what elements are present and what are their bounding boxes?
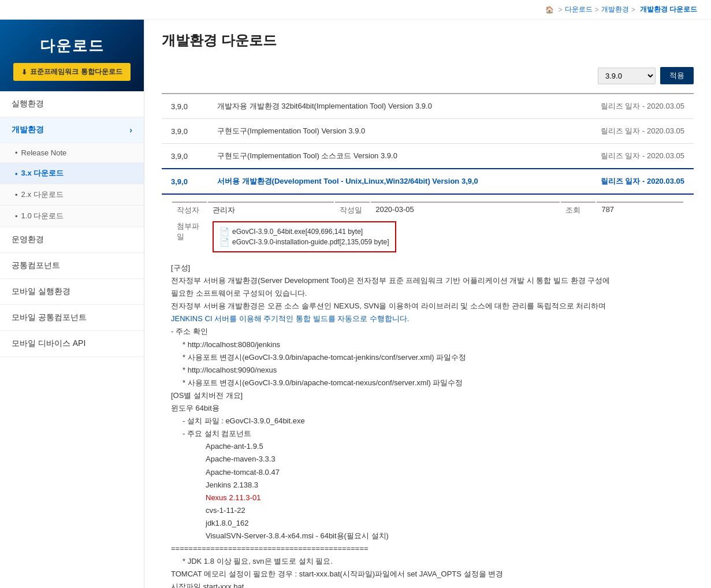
desc-line: Apache-tomcat-8.0.47 <box>171 466 684 479</box>
desc-line: jdk1.8.0_162 <box>171 517 684 530</box>
desc-line: Nexus 2.11.3-01 <box>171 492 684 504</box>
desc-line: * http://localhost:8080/jenkins <box>171 338 684 351</box>
author-value: 관리자 <box>208 202 334 218</box>
file-item[interactable]: 📄 eGovCI-3.9.0_64bit.exe[409,696,141 byt… <box>219 227 389 236</box>
description-text: [구성]전자정부 서버용 개발환경(Server Development Too… <box>171 262 684 588</box>
desc-cell: 구현도구(Implementation Tool) 소스코드 Version 3… <box>208 144 564 169</box>
desc-line: 시작파일 start-xxx.bat <box>171 580 684 588</box>
breadcrumb-separator3: > <box>631 6 635 14</box>
breadcrumb-current: 개발환경 다운로드 <box>640 5 697 14</box>
version-cell: 3,9,0 <box>162 169 208 194</box>
desc-line: * http://localhost:9090/nexus <box>171 364 684 377</box>
sidebar-item-release-note[interactable]: • Release Note <box>0 143 144 163</box>
sidebar-item-download-3x[interactable]: • 3.x 다운로드 <box>0 163 144 184</box>
dot-icon: • <box>15 212 18 221</box>
file-item[interactable]: 📄 eGovCI-3.9.0-installation-guide.pdf[2,… <box>219 237 389 247</box>
table-row: 3,9,0 구현도구(Implementation Tool) 소스코드 Ver… <box>162 144 694 169</box>
version-cell: 3,9,0 <box>162 94 208 119</box>
detail-row: 작성자 관리자 작성일 2020-03-05 조회 787 첨부파일 <box>162 194 694 588</box>
desc-line: 전자정부 서버용 개발환경은 오픈 소스 솔루션인 NEXUS, SVN을 이용… <box>171 300 684 312</box>
date-cell: 릴리즈 일자 - 2020.03.05 <box>564 119 694 144</box>
page-title: 개발환경 다운로드 <box>162 31 694 55</box>
desc-line: TOMCAT 메모리 설정이 필요한 경우 : start-xxx.bat(시작… <box>171 568 684 580</box>
breadcrumb-separator2: > <box>595 6 599 14</box>
sidebar-submenu-devenv: • Release Note • 3.x 다운로드 • 2.x 다운로드 • 1… <box>0 143 144 227</box>
version-selector-row: 3.9.0 3.8.0 3.7.0 3.6.0 적용 <box>162 67 694 84</box>
sidebar-item-download-1[interactable]: • 1.0 다운로드 <box>0 206 144 227</box>
sidebar-item-mobile-runtime[interactable]: 모바일 실행환경 <box>0 279 144 305</box>
author-label: 작성자 <box>172 202 207 218</box>
desc-line: Apache-maven-3.3.3 <box>171 453 684 466</box>
download-icon: ⬇ <box>21 68 27 76</box>
desc-line: 윈도우 64bit용 <box>171 402 684 415</box>
desc-line: [OS별 설치버전 개요] <box>171 389 684 402</box>
sidebar-item-openv[interactable]: 운영환경 <box>0 227 144 253</box>
dot-icon: • <box>15 191 18 199</box>
desc-line: Apache-ant-1.9.5 <box>171 440 684 453</box>
file-icon: 📄 <box>219 237 229 247</box>
date-value: 2020-03-05 <box>371 202 560 218</box>
date-label: 작성일 <box>335 202 370 218</box>
breadcrumb-level1[interactable]: 다운로드 <box>565 5 593 14</box>
table-row: 3,9,0 구현도구(Implementation Tool) Version … <box>162 119 694 144</box>
view-label: 조회 <box>561 202 595 218</box>
table-row-highlighted: 3,9,0 서버용 개발환경(Development Tool - Unix,L… <box>162 169 694 194</box>
sidebar-menu: 실행환경 개발환경 › • Release Note • 3.x 다운로드 • <box>0 91 144 357</box>
sidebar-item-runtime[interactable]: 실행환경 <box>0 91 144 117</box>
file-link[interactable]: eGovCI-3.9.0_64bit.exe[409,696,141 byte] <box>232 228 363 236</box>
desc-line: 전자정부 서버용 개발환경(Server Development Tool)은 … <box>171 274 684 287</box>
sidebar-header: 다운로드 ⬇ 표준프레임워크 통합다운로드 <box>0 20 144 91</box>
version-cell: 3,9,0 <box>162 119 208 144</box>
sidebar-item-devenv[interactable]: 개발환경 › <box>0 117 144 143</box>
sidebar-item-download-2x[interactable]: • 2.x 다운로드 <box>0 184 144 206</box>
desc-line: * 사용포트 변경시(eGovCI-3.9.0/bin/apache-tomca… <box>171 351 684 364</box>
desc-line: 필요한 소프트웨어로 구성되어 있습니다. <box>171 287 684 300</box>
version-select[interactable]: 3.9.0 3.8.0 3.7.0 3.6.0 <box>598 68 656 84</box>
desc-line: - 설치 파일 : eGovCI-3.9.0_64bit.exe <box>171 415 684 427</box>
desc-line: JENKINS CI 서버를 이용해 주기적인 통합 빌드를 자동으로 수행합니… <box>171 312 684 325</box>
desc-line: - 주요 설치 컴포넌트 <box>171 427 684 440</box>
desc-line: cvs-1-11-22 <box>171 504 684 517</box>
dot-icon: • <box>15 148 18 157</box>
desc-line: VisualSVN-Server-3.8.4-x64.msi - 64bit용(… <box>171 530 684 542</box>
sidebar-item-mobile-common[interactable]: 모바일 공통컴포넌트 <box>0 305 144 331</box>
desc-cell: 개발자용 개발환경 32bit64bit(Implementation Tool… <box>208 94 564 119</box>
breadcrumb: 🏠 > 다운로드 > 개발환경 > 개발환경 다운로드 <box>0 0 711 20</box>
page-layout: 다운로드 ⬇ 표준프레임워크 통합다운로드 실행환경 개발환경 › • Rele… <box>0 20 711 588</box>
date-cell: 릴리즈 일자 - 2020.03.05 <box>564 144 694 169</box>
main-content: 개발환경 다운로드 3.9.0 3.8.0 3.7.0 3.6.0 적용 3,9… <box>144 20 711 588</box>
apply-button[interactable]: 적용 <box>660 67 694 84</box>
devenv-arrow-icon: › <box>129 125 132 135</box>
download-table: 3,9,0 개발자용 개발환경 32bit64bit(Implementatio… <box>162 93 694 588</box>
date-cell: 릴리즈 일자 - 2020.03.05 <box>564 169 694 194</box>
sidebar-item-common[interactable]: 공통컴포넌트 <box>0 253 144 279</box>
dot-icon: • <box>15 169 18 178</box>
desc-cell: 구현도구(Implementation Tool) Version 3.9.0 <box>208 119 564 144</box>
unified-download-button[interactable]: ⬇ 표준프레임워크 통합다운로드 <box>13 63 130 81</box>
sidebar: 다운로드 ⬇ 표준프레임워크 통합다운로드 실행환경 개발환경 › • Rele… <box>0 20 144 588</box>
desc-line: ========================================… <box>171 542 684 555</box>
file-icon: 📄 <box>219 227 229 236</box>
file-link[interactable]: eGovCI-3.9.0-installation-guide.pdf[2,13… <box>232 238 389 246</box>
desc-cell: 서버용 개발환경(Development Tool - Unix,Linux,W… <box>208 169 564 194</box>
view-value: 787 <box>597 202 683 218</box>
attach-label: 첨부파일 <box>172 219 207 255</box>
detail-table: 작성자 관리자 작성일 2020-03-05 조회 787 첨부파일 <box>171 200 684 256</box>
version-cell: 3,9,0 <box>162 144 208 169</box>
date-cell: 릴리즈 일자 - 2020.03.05 <box>564 94 694 119</box>
desc-line: [구성] <box>171 262 684 274</box>
breadcrumb-separator: > <box>559 6 563 14</box>
breadcrumb-level2[interactable]: 개발환경 <box>601 5 629 14</box>
sidebar-title: 다운로드 <box>6 36 138 56</box>
desc-line: Jenkins 2.138.3 <box>171 479 684 492</box>
sidebar-item-mobile-api[interactable]: 모바일 디바이스 API <box>0 331 144 357</box>
desc-line: * 사용포트 변경시(eGovCI-3.9.0/bin/apache-tomca… <box>171 377 684 389</box>
home-icon[interactable]: 🏠 <box>545 6 554 14</box>
table-row: 3,9,0 개발자용 개발환경 32bit64bit(Implementatio… <box>162 94 694 119</box>
desc-line: - 주소 확인 <box>171 325 684 338</box>
file-list: 📄 eGovCI-3.9.0_64bit.exe[409,696,141 byt… <box>213 221 396 252</box>
desc-line: * JDK 1.8 이상 필요, svn은 별도로 설치 필요. <box>171 555 684 568</box>
